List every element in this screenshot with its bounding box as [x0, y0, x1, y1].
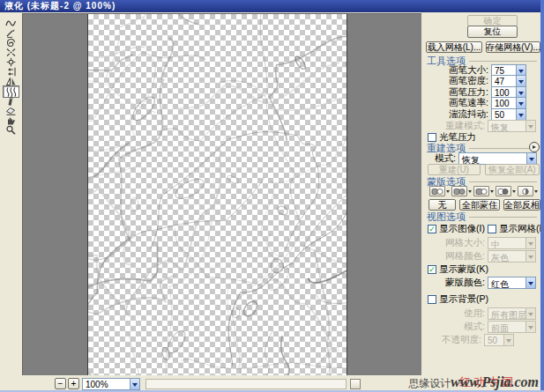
options-panel: 确定 复位 载入网格(L)... 存储网格(V)... 工具选项 画笔大小: 7…	[424, 12, 540, 392]
show-mask-checkbox[interactable]: ✓ 显示蒙版(K)	[428, 264, 488, 275]
document-canvas[interactable]	[87, 14, 347, 376]
reconstruct-icon	[5, 28, 17, 38]
replace-selection-icon	[431, 188, 443, 196]
backdrop-opacity-row: 不透明度: 50	[424, 334, 514, 346]
zoom-level-select[interactable]: 100%	[82, 378, 140, 390]
turbulent-jitter-input[interactable]: 50	[491, 108, 526, 121]
invert-all-button[interactable]: 全部反相	[503, 199, 540, 211]
reset-button[interactable]: 复位	[467, 26, 518, 38]
backdrop-use-label: 使用:	[464, 307, 485, 320]
freeze-mask-icon	[5, 96, 17, 106]
chevron-down-icon[interactable]	[490, 190, 494, 195]
reconstruct-mode-label: 重建模式:	[445, 120, 485, 132]
pucker-icon	[5, 48, 17, 57]
chevron-down-icon[interactable]	[468, 190, 472, 195]
zoom-out-button[interactable]: −	[55, 378, 66, 389]
show-image-checkbox[interactable]: ✓ 显示图像(I)	[428, 224, 485, 234]
hand-icon	[5, 115, 17, 125]
chevron-down-icon[interactable]	[516, 75, 526, 87]
chevron-down-icon[interactable]	[130, 378, 140, 390]
chevron-down-icon	[525, 120, 536, 132]
backdrop-opacity-input: 50	[484, 334, 514, 346]
brush-rate-label: 画笔速率:	[449, 97, 488, 109]
backdrop-mode-label: 模式:	[464, 321, 485, 333]
subtract-from-selection-icon	[475, 188, 488, 196]
reconstruct-mode-select: 恢复	[488, 120, 536, 132]
add-to-selection-icon	[453, 188, 466, 196]
show-backdrop-label: 显示背景(P)	[439, 293, 488, 306]
mask-all-button[interactable]: 全部蒙住	[459, 199, 500, 211]
brush-rate-input[interactable]: 100	[491, 97, 526, 109]
show-image-label: 显示图像(I)	[439, 223, 485, 235]
brush-density-row: 画笔密度: 47	[424, 75, 526, 87]
mask-color-label: 蒙版颜色:	[445, 277, 485, 289]
push-left-icon	[5, 67, 17, 77]
backdrop-opacity-label: 不透明度:	[442, 334, 481, 346]
forward-warp-icon	[5, 18, 17, 28]
checkbox-box[interactable]	[428, 295, 436, 304]
backdrop-use-select: 所有图层	[488, 307, 536, 320]
mask-replace-button[interactable]	[429, 186, 450, 196]
reconstruct-mode-row: 重建模式: 恢复	[424, 120, 536, 132]
thaw-mask-icon	[5, 106, 17, 115]
preview-area[interactable]	[22, 13, 421, 375]
mask-none-button[interactable]: 无	[428, 199, 456, 211]
mesh-color-row: 网格颜色: 灰色	[424, 250, 536, 263]
load-mesh-button[interactable]: 载入网格(L)...	[426, 41, 482, 53]
mask-color-select[interactable]: 红色	[488, 277, 536, 289]
checkbox-box[interactable]: ✓	[428, 265, 436, 274]
mirror-icon	[5, 77, 17, 86]
checkbox-box[interactable]	[428, 133, 436, 142]
brush-density-label: 画笔密度:	[449, 75, 488, 87]
chevron-down-icon[interactable]	[525, 277, 536, 289]
smoke-image	[88, 14, 347, 376]
mask-subtract-button[interactable]	[473, 186, 494, 196]
preview-scrollbar-track[interactable]	[145, 379, 347, 389]
mask-invert-button[interactable]	[518, 186, 538, 196]
chevron-down-icon[interactable]	[516, 97, 526, 109]
backdrop-mode-select: 前面	[488, 321, 536, 333]
chevron-down-icon[interactable]	[512, 190, 516, 195]
brush-density-input[interactable]: 47	[491, 75, 526, 87]
show-mesh-checkbox[interactable]: 显示网格(E)	[488, 224, 544, 234]
liquify-dialog: 液化 (未标题-2 @ 100%)	[0, 0, 544, 392]
zoom-icon	[5, 125, 17, 135]
bloat-icon	[5, 57, 17, 67]
brush-rate-row: 画笔速率: 100	[424, 97, 526, 109]
preview-scrollbar-thumb[interactable]	[350, 379, 361, 389]
mask-add-button[interactable]	[451, 186, 472, 196]
reconstruct-options-menu-button[interactable]	[529, 142, 540, 152]
divider	[469, 61, 537, 62]
show-mesh-label: 显示网格(E)	[499, 223, 544, 235]
chevron-down-icon[interactable]	[516, 108, 526, 121]
show-mask-label: 显示蒙版(K)	[439, 263, 488, 276]
title-bar[interactable]: 液化 (未标题-2 @ 100%)	[0, 0, 544, 12]
turbulent-jitter-label: 湍流抖动:	[449, 108, 488, 121]
mesh-color-select: 灰色	[488, 250, 536, 263]
backdrop-mode-row: 模式: 前面	[424, 321, 536, 333]
mesh-size-label: 网格大小:	[445, 237, 485, 249]
restore-all-button: 恢复全部(A)	[485, 164, 540, 175]
mesh-size-select: 中	[488, 237, 536, 249]
page-edge	[540, 0, 544, 392]
divider	[469, 217, 537, 218]
chevron-down-icon	[525, 237, 536, 249]
invert-selection-icon	[519, 188, 532, 196]
mesh-color-label: 网格颜色:	[445, 250, 485, 263]
checkbox-box[interactable]: ✓	[428, 225, 436, 233]
mask-intersect-button[interactable]	[496, 186, 516, 196]
chevron-down-icon	[525, 321, 536, 333]
tool-zoom-button[interactable]	[4, 124, 19, 135]
chevron-down-icon[interactable]	[534, 190, 538, 195]
backdrop-use-row: 使用: 所有图层	[424, 307, 536, 320]
chevron-down-icon	[503, 334, 514, 346]
twirl-clockwise-icon	[5, 38, 17, 48]
window-title: 液化 (未标题-2 @ 100%)	[4, 1, 116, 11]
turbulent-jitter-row: 湍流抖动: 50	[424, 108, 526, 121]
checkbox-box[interactable]	[488, 225, 496, 233]
divider	[469, 148, 537, 149]
show-backdrop-checkbox[interactable]: 显示背景(P)	[428, 294, 488, 305]
chevron-down-icon[interactable]	[446, 190, 450, 195]
save-mesh-button[interactable]: 存储网格(V)...	[486, 41, 540, 53]
zoom-in-button[interactable]: +	[68, 378, 79, 389]
